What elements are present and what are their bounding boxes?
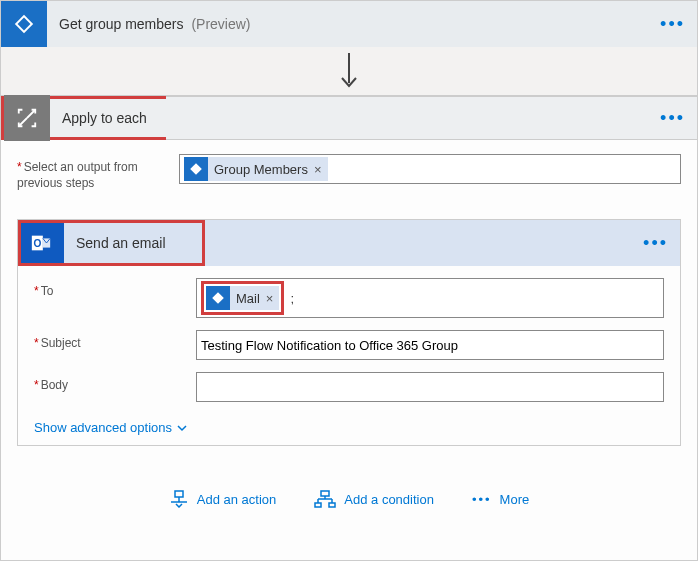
loop-icon xyxy=(4,95,50,141)
action-menu-button[interactable]: ••• xyxy=(660,14,685,35)
to-label: *To xyxy=(34,278,184,300)
body-label: *Body xyxy=(34,372,184,394)
azure-ad-icon xyxy=(1,1,47,47)
svg-text:O: O xyxy=(33,238,41,249)
azure-ad-icon xyxy=(184,157,208,181)
chevron-down-icon xyxy=(176,422,188,434)
send-email-title: Send an email xyxy=(64,235,166,251)
subject-field-wrap xyxy=(196,330,664,360)
body-input[interactable] xyxy=(197,374,663,401)
show-advanced-link[interactable]: Show advanced options xyxy=(34,420,188,435)
svg-marker-7 xyxy=(212,292,224,304)
connector-arrow xyxy=(1,47,697,95)
add-condition-icon xyxy=(314,490,336,508)
action-title-text: Get group members xyxy=(59,16,184,32)
ellipsis-icon: ••• xyxy=(472,492,492,507)
svg-rect-8 xyxy=(175,491,183,497)
get-group-members-header[interactable]: Get group members (Preview) ••• xyxy=(1,1,697,47)
add-action-button[interactable]: Add an action xyxy=(169,490,277,508)
chip-remove-icon[interactable]: × xyxy=(266,291,274,306)
subject-label: *Subject xyxy=(34,330,184,352)
svg-rect-16 xyxy=(315,503,321,507)
to-suffix: ; xyxy=(290,291,294,306)
add-action-icon xyxy=(169,490,189,508)
apply-to-each-header[interactable]: Apply to each xyxy=(1,96,166,140)
highlight-box: Mail × xyxy=(201,281,284,315)
foreach-title: Apply to each xyxy=(50,110,147,126)
body-field-wrap xyxy=(196,372,664,402)
select-output-field[interactable]: Group Members × xyxy=(179,154,681,184)
mail-chip[interactable]: Mail × xyxy=(206,286,279,310)
send-email-card: O Send an email ••• *To xyxy=(17,219,681,446)
preview-label: (Preview) xyxy=(191,16,250,32)
azure-ad-icon xyxy=(206,286,230,310)
chip-label: Mail xyxy=(236,291,260,306)
chip-remove-icon[interactable]: × xyxy=(314,162,322,177)
more-button[interactable]: ••• More xyxy=(472,490,529,508)
send-email-menu-button[interactable]: ••• xyxy=(643,233,668,254)
send-email-header[interactable]: O Send an email ••• xyxy=(18,220,680,266)
chip-label: Group Members xyxy=(214,162,308,177)
to-field[interactable]: Mail × ; xyxy=(196,278,664,318)
svg-rect-17 xyxy=(329,503,335,507)
outlook-icon: O xyxy=(18,220,64,266)
foreach-menu-button[interactable]: ••• xyxy=(660,108,685,129)
svg-rect-11 xyxy=(321,491,329,496)
group-members-chip[interactable]: Group Members × xyxy=(184,157,328,181)
add-condition-button[interactable]: Add a condition xyxy=(314,490,434,508)
subject-input[interactable] xyxy=(197,332,663,359)
svg-marker-3 xyxy=(190,163,202,175)
select-output-label: *Select an output from previous steps xyxy=(17,154,167,191)
action-title: Get group members (Preview) xyxy=(47,16,251,32)
